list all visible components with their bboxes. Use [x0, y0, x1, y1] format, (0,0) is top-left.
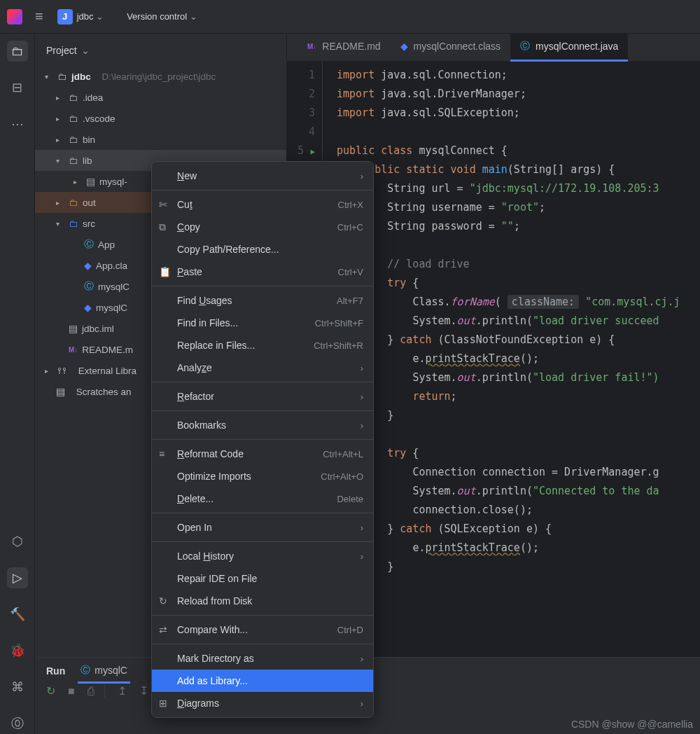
project-badge[interactable]: J — [57, 9, 73, 25]
chevron-right-icon: › — [360, 698, 363, 709]
class-file-icon: ◆ — [400, 41, 408, 52]
structure-tool-icon[interactable]: ⊟ — [7, 77, 28, 98]
project-name-dropdown[interactable]: jdbc ⌄ — [77, 11, 121, 22]
run-tool-icon[interactable]: ▷ — [7, 567, 28, 588]
tab-readme[interactable]: M↓README.md — [298, 34, 391, 61]
java-class-icon: Ⓒ — [84, 280, 94, 293]
chevron-right-icon: › — [360, 420, 363, 431]
chevron-down-icon: ⌄ — [190, 11, 197, 22]
diagrams-icon: ⊞ — [159, 698, 167, 709]
menu-reload[interactable]: ↻Reload from Disk — [152, 590, 373, 612]
step-down-icon[interactable]: ↧ — [139, 684, 148, 698]
services-tool-icon[interactable]: ⬡ — [7, 531, 28, 552]
context-menu: New› ✄CutCtrl+X ⧉CopyCtrl+C Copy Path/Re… — [151, 161, 374, 718]
watermark: CSDN @show @@camellia — [571, 719, 693, 730]
menu-mark-dir[interactable]: Mark Directory as› — [152, 647, 373, 670]
class-file-icon: ◆ — [84, 302, 92, 313]
menu-new[interactable]: New› — [152, 165, 373, 187]
menu-find-files[interactable]: Find in Files...Ctrl+Shift+F — [152, 312, 373, 334]
more-tool-icon[interactable]: ⋯ — [7, 113, 28, 134]
compare-icon: ⇄ — [159, 624, 167, 635]
menu-reformat[interactable]: ≡Reformat CodeCtrl+Alt+L — [152, 443, 373, 465]
copy-icon: ⧉ — [159, 221, 166, 233]
iml-file-icon: ▤ — [69, 323, 78, 334]
menu-add-library[interactable]: Add as Library... — [152, 670, 373, 692]
menu-paste[interactable]: 📋PasteCtrl+V — [152, 261, 373, 283]
chevron-right-icon: › — [360, 653, 363, 664]
editor-tabs: M↓README.md ◆mysqlConnect.class ⒸmysqlCo… — [287, 34, 700, 62]
paste-icon: 📋 — [159, 266, 171, 277]
tree-row-folder[interactable]: ▸🗀.vscode — [35, 108, 286, 129]
run-config-tab[interactable]: ⒸmysqlC — [78, 659, 130, 684]
rerun-icon[interactable]: ↻ — [46, 684, 55, 698]
scratches-icon: ▤ — [56, 386, 65, 397]
menu-analyze[interactable]: Analyze› — [152, 356, 373, 379]
markdown-file-icon: M↓ — [69, 346, 78, 354]
titlebar: ≡ J jdbc ⌄ Version control ⌄ — [0, 0, 700, 34]
left-tool-rail: 🗀 ⊟ ⋯ ⬡ ▷ 🔨 🐞 ⌘ ⓪ — [0, 34, 35, 734]
project-tool-icon[interactable]: 🗀 — [7, 41, 28, 62]
menu-find-usages[interactable]: Find UsagesAlt+F7 — [152, 289, 373, 312]
tree-row-folder[interactable]: ▸🗀.idea — [35, 87, 286, 108]
menu-copy-path[interactable]: Copy Path/Reference... — [152, 238, 373, 261]
build-tool-icon[interactable]: 🔨 — [7, 604, 28, 625]
tree-row-root[interactable]: ▾🗀 jdbc D:\learing\jdbc_project\jdbc — [35, 66, 286, 87]
reformat-icon: ≡ — [159, 448, 164, 459]
reload-icon: ↻ — [159, 595, 167, 607]
menu-copy[interactable]: ⧉CopyCtrl+C — [152, 216, 373, 238]
menu-compare[interactable]: ⇄Compare With...Ctrl+D — [152, 618, 373, 641]
main-menu-icon[interactable]: ≡ — [35, 8, 43, 25]
problems-tool-icon[interactable]: ⓪ — [7, 713, 28, 734]
stop-icon[interactable]: ■ — [68, 685, 75, 698]
terminal-tool-icon[interactable]: ⌘ — [7, 677, 28, 698]
debug-tool-icon[interactable]: 🐞 — [7, 640, 28, 661]
library-icon: ⫯⫯ — [57, 366, 67, 376]
step-up-icon[interactable]: ↥ — [118, 684, 127, 698]
menu-replace-files[interactable]: Replace in Files...Ctrl+Shift+R — [152, 334, 373, 356]
app-logo-icon — [7, 9, 22, 25]
snapshot-icon[interactable]: ⎙ — [88, 685, 105, 698]
tab-java[interactable]: ⒸmysqlConnect.java — [510, 33, 628, 62]
java-class-icon: Ⓒ — [84, 238, 94, 251]
tab-class[interactable]: ◆mysqlConnect.class — [391, 34, 511, 61]
code-body[interactable]: import java.sql.Connection; import java.… — [322, 62, 685, 657]
menu-open-in[interactable]: Open In› — [152, 516, 373, 539]
menu-refactor[interactable]: Refactor› — [152, 385, 373, 408]
run-gutter-icon[interactable]: ▶ — [310, 147, 315, 156]
tree-row-folder[interactable]: ▸🗀bin — [35, 129, 286, 150]
chevron-down-icon: ⌄ — [96, 11, 104, 22]
menu-local-history[interactable]: Local History› — [152, 545, 373, 567]
menu-optimize[interactable]: Optimize ImportsCtrl+Alt+O — [152, 465, 373, 487]
chevron-right-icon: › — [360, 363, 363, 373]
version-control-dropdown[interactable]: Version control ⌄ — [127, 11, 215, 22]
scissors-icon: ✄ — [159, 199, 167, 210]
menu-cut[interactable]: ✄CutCtrl+X — [152, 193, 373, 216]
menu-bookmarks[interactable]: Bookmarks› — [152, 414, 373, 436]
run-tab-label[interactable]: Run — [46, 665, 65, 677]
chevron-right-icon: › — [360, 392, 363, 402]
chevron-down-icon: ⌄ — [81, 45, 90, 56]
java-class-icon: Ⓒ — [80, 664, 90, 677]
java-class-icon: Ⓒ — [520, 40, 530, 53]
markdown-file-icon: M↓ — [307, 43, 316, 50]
chevron-right-icon: › — [360, 551, 363, 562]
chevron-right-icon: › — [360, 171, 363, 181]
menu-diagrams[interactable]: ⊞Diagrams› — [152, 692, 373, 714]
class-file-icon: ◆ — [84, 260, 92, 271]
project-pane-header[interactable]: Project ⌄ — [35, 41, 286, 60]
menu-repair[interactable]: Repair IDE on File — [152, 567, 373, 590]
menu-delete[interactable]: Delete...Delete — [152, 487, 373, 510]
chevron-right-icon: › — [360, 522, 363, 533]
